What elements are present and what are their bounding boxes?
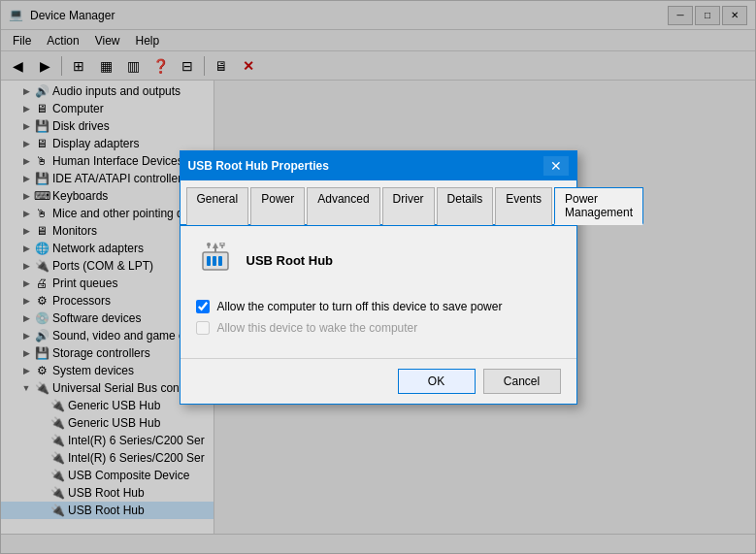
checkbox-wake-computer-label: Allow this device to wake the computer [217,321,418,335]
tab-bar: General Power Advanced Driver Details Ev… [181,180,576,226]
svg-rect-3 [218,256,222,266]
svg-point-7 [207,243,211,246]
device-header-name: USB Root Hub [247,253,334,268]
tab-details[interactable]: Details [437,187,494,225]
main-window: 💻 Device Manager ─ □ ✕ File Action View … [0,0,756,554]
checkbox-save-power-label: Allow the computer to turn off this devi… [217,300,503,313]
dialog-title-text: USB Root Hub Properties [188,159,543,173]
tab-driver[interactable]: Driver [382,187,435,225]
tab-power-management[interactable]: Power Management [554,187,643,225]
svg-rect-1 [207,256,211,266]
modal-overlay: USB Root Hub Properties ✕ General Power … [1,1,755,553]
checkbox-save-power[interactable] [196,300,210,313]
usb-svg-icon [197,243,234,279]
svg-rect-2 [213,256,216,266]
svg-rect-9 [220,243,224,245]
tab-advanced[interactable]: Advanced [307,187,379,225]
dialog-footer: OK Cancel [181,358,576,404]
tab-general[interactable]: General [186,187,249,225]
ok-button[interactable]: OK [398,369,476,394]
dialog: USB Root Hub Properties ✕ General Power … [180,150,577,405]
device-header-icon [196,242,235,280]
cancel-button[interactable]: Cancel [483,369,561,394]
checkbox-row-2: Allow this device to wake the computer [196,321,561,335]
tab-power[interactable]: Power [250,187,305,225]
checkbox-wake-computer[interactable] [196,321,210,335]
dialog-title-bar: USB Root Hub Properties ✕ [181,151,576,180]
checkbox-row-1: Allow the computer to turn off this devi… [196,300,561,313]
dialog-close-button[interactable]: ✕ [543,156,569,176]
dialog-body: USB Root Hub Allow the computer to turn … [181,226,576,358]
device-header: USB Root Hub [196,242,561,280]
svg-marker-5 [213,243,218,248]
tab-events[interactable]: Events [495,187,552,225]
